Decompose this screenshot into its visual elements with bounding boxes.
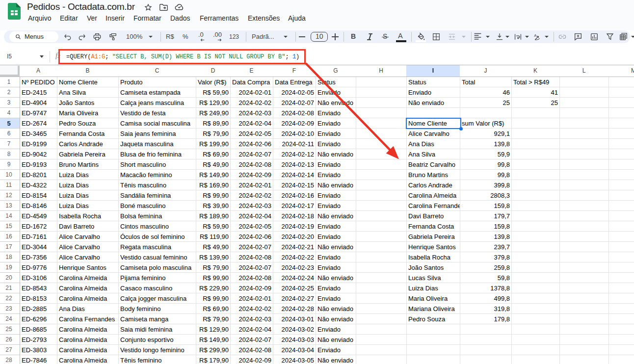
svg-text:A: A bbox=[534, 33, 537, 38]
